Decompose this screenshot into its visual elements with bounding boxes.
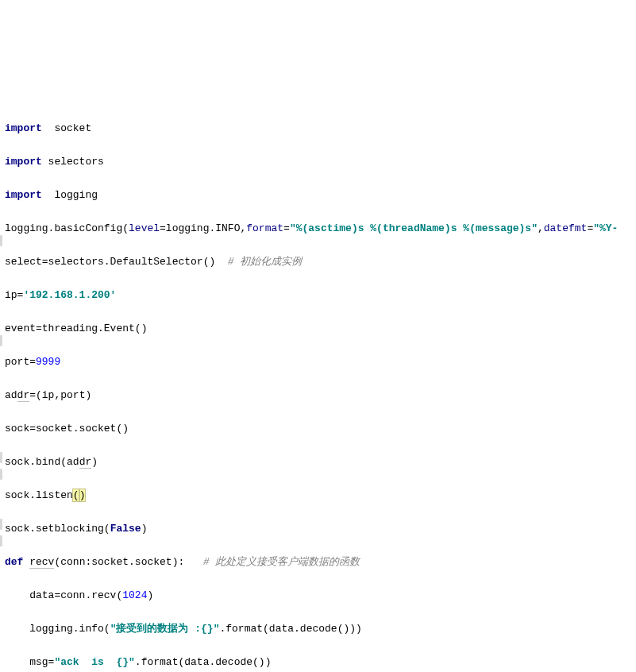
kw-import: import — [5, 189, 42, 201]
code-line: addr=(ip,port) — [5, 387, 631, 404]
fold-mark — [0, 235, 2, 246]
fold-mark — [0, 335, 2, 346]
fold-mark — [0, 535, 2, 546]
code-line: logging.basicConfig(level=logging.INFO,f… — [5, 220, 631, 237]
code-line: ip='192.168.1.200' — [5, 287, 631, 303]
code-line: data=conn.recv(1024) — [5, 587, 631, 604]
code-line: import socket — [5, 120, 631, 137]
gutter — [0, 0, 3, 672]
fold-mark — [0, 452, 2, 463]
code-line: sock.setblocking(False) — [5, 520, 631, 537]
code-line: sock=socket.socket() — [5, 420, 631, 437]
code-line: import logging — [5, 187, 631, 203]
fn-recv: recv — [29, 556, 54, 569]
kw-import: import — [5, 122, 42, 134]
code-line: msg="ack is {}".format(data.decode()) — [5, 654, 631, 670]
kw-import: import — [5, 156, 42, 168]
code-line: import selectors — [5, 153, 631, 170]
matched-paren: ) — [79, 489, 86, 501]
comment: # 初始化成实例 — [228, 256, 303, 268]
comment: # 此处定义接受客户端数据的函数 — [203, 556, 360, 568]
code-line: logging.info("接受到的数据为 :{}".format(data.d… — [5, 620, 631, 637]
matched-paren: ( — [73, 489, 79, 501]
kw-def: def — [5, 556, 29, 568]
code-editor[interactable]: import socket import selectors import lo… — [5, 103, 631, 672]
code-line: def recv(conn:socket.socket): # 此处定义接受客户… — [5, 554, 631, 570]
code-line: event=threading.Event() — [5, 320, 631, 337]
fold-mark — [0, 469, 2, 480]
code-line: port=9999 — [5, 353, 631, 370]
code-line: sock.listen() — [5, 487, 631, 504]
fold-mark — [0, 519, 2, 530]
code-line: select=selectors.DefaultSelector() # 初始化… — [5, 253, 631, 270]
code-line: sock.bind(addr) — [5, 454, 631, 470]
